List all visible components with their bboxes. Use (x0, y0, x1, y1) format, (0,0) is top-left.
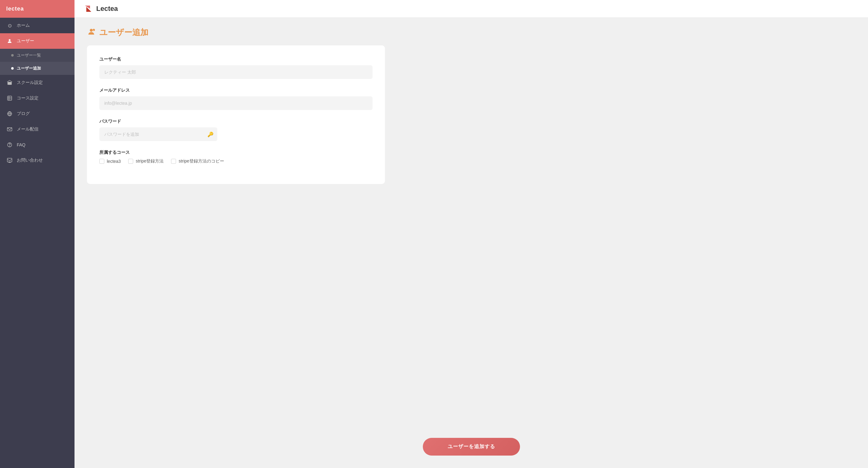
email-label: メールアドレス (99, 88, 373, 93)
username-group: ユーザー名 (99, 57, 373, 79)
course-icon (6, 95, 13, 101)
sub-dot (11, 54, 14, 57)
sidebar-nav: ⊙ ホーム ユーザー ユーザー一覧 ユーザー追加 スクール設定 (0, 18, 74, 468)
username-label: ユーザー名 (99, 57, 373, 62)
blog-icon (6, 110, 13, 117)
home-icon: ⊙ (6, 22, 13, 29)
school-icon (6, 79, 13, 86)
sidebar-item-course[interactable]: コース設定 (0, 90, 74, 106)
main-area: Lectea + ユーザー追加 ユーザー名 メールアドレス パスワード (74, 0, 868, 468)
password-label: パスワード (99, 119, 373, 124)
submit-button[interactable]: ユーザーを追加する (423, 438, 520, 456)
svg-point-13 (90, 29, 93, 31)
password-wrapper: 🔑 (99, 127, 217, 141)
svg-text:+: + (93, 30, 94, 31)
topbar-logo-text: Lectea (96, 5, 118, 13)
svg-rect-10 (7, 158, 12, 162)
sidebar-item-faq[interactable]: FAQ (0, 137, 74, 153)
email-group: メールアドレス (99, 88, 373, 110)
topbar: Lectea (74, 0, 868, 18)
sub-dot-active (11, 67, 14, 69)
page-content: + ユーザー追加 ユーザー名 メールアドレス パスワード 🔑 (74, 18, 868, 429)
sidebar-item-user-add[interactable]: ユーザー追加 (0, 62, 74, 75)
email-input[interactable] (99, 96, 373, 110)
sidebar-item-users[interactable]: ユーザー (0, 33, 74, 49)
sidebar-item-contact[interactable]: お問い合わせ (0, 153, 74, 168)
form-card: ユーザー名 メールアドレス パスワード 🔑 所属するコース (87, 46, 385, 184)
sidebar-item-blog[interactable]: ブログ (0, 106, 74, 121)
username-input[interactable] (99, 65, 373, 79)
password-input[interactable] (99, 127, 217, 141)
course-item-stripe[interactable]: stripe登録方法 (128, 158, 164, 164)
course-checkbox-lectea3[interactable] (99, 159, 104, 164)
svg-rect-2 (7, 96, 12, 100)
submit-row: ユーザーを追加する (74, 429, 868, 468)
logo-icon (84, 4, 93, 13)
courses-label: 所属するコース (99, 150, 373, 155)
page-title: ユーザー追加 (99, 27, 148, 38)
sidebar-brand: lectea (0, 0, 74, 18)
courses-group: 所属するコース lectea3 stripe登録方法 stripe登録方法のコピ… (99, 150, 373, 164)
sidebar: lectea ⊙ ホーム ユーザー ユーザー一覧 ユーザー追加 (0, 0, 74, 468)
password-group: パスワード 🔑 (99, 119, 373, 141)
contact-icon (6, 157, 13, 164)
faq-icon (6, 141, 13, 148)
course-checkbox-stripe[interactable] (128, 159, 133, 164)
sidebar-item-school[interactable]: スクール設定 (0, 75, 74, 90)
svg-point-0 (9, 39, 10, 41)
users-icon (6, 38, 13, 45)
sidebar-item-user-list[interactable]: ユーザー一覧 (0, 49, 74, 62)
page-title-icon: + (87, 27, 96, 38)
courses-row: lectea3 stripe登録方法 stripe登録方法のコピー (99, 158, 373, 164)
course-checkbox-stripe-copy[interactable] (171, 159, 176, 164)
sidebar-item-mail[interactable]: メール配信 (0, 121, 74, 137)
mail-icon (6, 126, 13, 133)
page-title-row: + ユーザー追加 (87, 27, 856, 38)
course-item-lectea3[interactable]: lectea3 (99, 158, 121, 164)
course-item-stripe-copy[interactable]: stripe登録方法のコピー (171, 158, 224, 164)
sidebar-item-home[interactable]: ⊙ ホーム (0, 18, 74, 33)
sidebar-sub-users: ユーザー一覧 ユーザー追加 (0, 49, 74, 75)
